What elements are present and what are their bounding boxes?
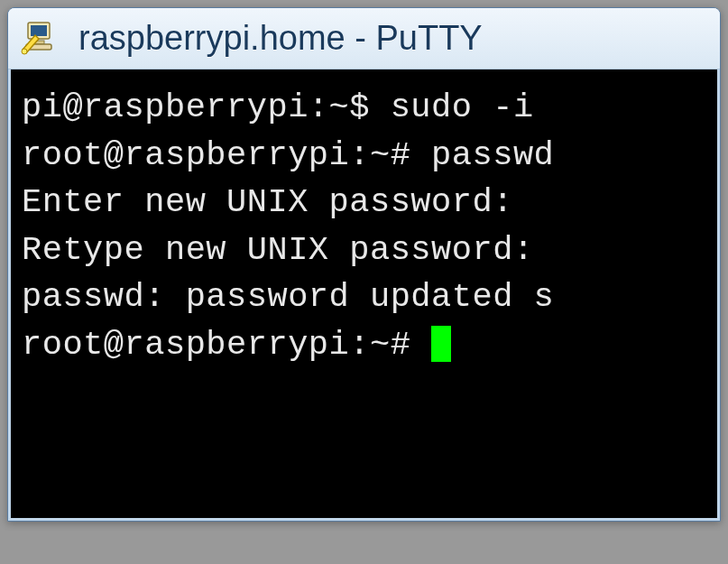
terminal-line: passwd: password updated s — [22, 278, 554, 316]
terminal-line: pi@raspberrypi:~$ sudo -i — [22, 88, 534, 126]
window-title: raspberrypi.home - PuTTY — [78, 19, 483, 58]
svg-point-4 — [22, 49, 27, 54]
terminal-line: root@raspberrypi:~# passwd — [22, 136, 554, 174]
terminal-line: Enter new UNIX password: — [22, 183, 513, 221]
terminal-line: root@raspberrypi:~# — [22, 326, 431, 364]
terminal-line: Retype new UNIX password: — [22, 231, 534, 269]
terminal-area[interactable]: pi@raspberrypi:~$ sudo -i root@raspberry… — [8, 69, 720, 521]
putty-icon — [21, 19, 60, 59]
terminal-cursor — [431, 326, 451, 362]
window-titlebar[interactable]: raspberrypi.home - PuTTY — [8, 8, 720, 69]
putty-window: raspberrypi.home - PuTTY pi@raspberrypi:… — [7, 7, 721, 522]
svg-rect-1 — [31, 25, 47, 36]
